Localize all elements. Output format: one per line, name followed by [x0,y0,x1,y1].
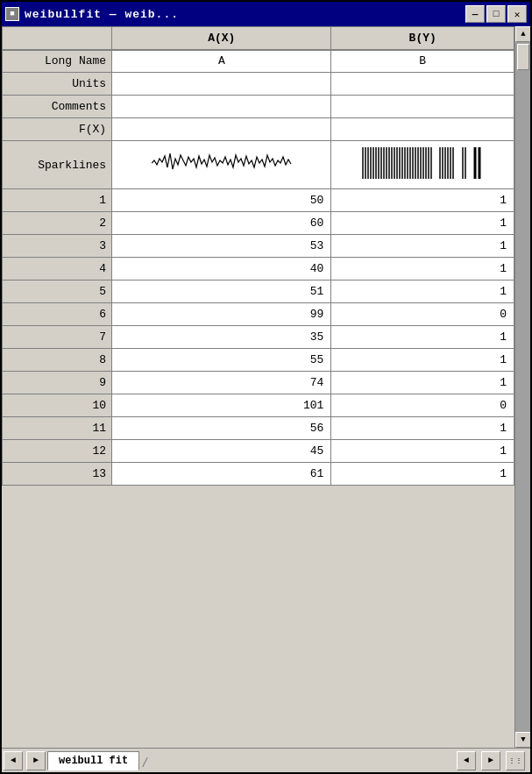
cell-b[interactable]: 1 [331,235,514,258]
meta-row-long-name: Long Name A B [3,50,514,73]
table-row: 3 53 1 [3,235,514,258]
cell-b[interactable]: 1 [331,326,514,349]
fx-a[interactable] [112,118,331,141]
sparkline-b-svg [361,143,484,183]
cell-b[interactable]: 1 [331,212,514,235]
scroll-left-button[interactable]: ◄ [457,751,476,770]
row-num: 12 [3,440,112,463]
meta-row-units: Units [3,73,514,96]
table-row: 9 74 1 [3,372,514,394]
col-header-row [3,27,112,50]
cell-a[interactable]: 74 [112,372,331,394]
cell-a[interactable]: 45 [112,440,331,463]
table-row: 11 56 1 [3,417,514,440]
cell-a[interactable]: 35 [112,326,331,349]
window-title: weibullfit — weib... [25,8,179,21]
tab-label: weibull fit [59,755,128,767]
scroll-down-button[interactable]: ▼ [515,732,530,748]
tab-area: weibull fit / [47,751,455,770]
long-name-b[interactable]: B [331,50,514,73]
table-row: 5 51 1 [3,280,514,303]
row-num: 1 [3,189,112,212]
comments-a[interactable] [112,96,331,118]
title-bar-left: ■ weibullfit — weib... [5,7,179,21]
cell-a[interactable]: 50 [112,189,331,212]
meta-row-sparklines: Sparklines [3,141,514,189]
tab-slash: / [139,756,150,770]
comments-b[interactable] [331,96,514,118]
meta-row-fx: F(X) [3,118,514,141]
row-num: 3 [3,235,112,258]
row-num: 13 [3,463,112,486]
cell-b[interactable]: 1 [331,440,514,463]
col-header-a[interactable]: A(X) [112,27,331,50]
horizontal-scroll-area: ◄ ► ⋮⋮ [455,749,530,772]
resize-handle[interactable]: ⋮⋮ [506,751,525,770]
bottom-bar: ◄ ► weibull fit / ◄ ► ⋮⋮ [2,748,530,772]
cell-b[interactable]: 1 [331,189,514,212]
row-num: 4 [3,258,112,280]
comments-label: Comments [3,96,112,118]
cell-a[interactable]: 40 [112,258,331,280]
table-row: 12 45 1 [3,440,514,463]
scroll-right-button[interactable]: ► [481,751,500,770]
cell-b[interactable]: 1 [331,372,514,394]
cell-a[interactable]: 56 [112,417,331,440]
col-header-b[interactable]: B(Y) [331,27,514,50]
long-name-a[interactable]: A [112,50,331,73]
row-num: 9 [3,372,112,394]
cell-a[interactable]: 60 [112,212,331,235]
scroll-track-v[interactable] [515,42,530,732]
units-label: Units [3,73,112,96]
row-num: 6 [3,303,112,326]
table-row: 10 101 0 [3,394,514,417]
cell-b[interactable]: 0 [331,303,514,326]
cell-a[interactable]: 55 [112,349,331,372]
units-b[interactable] [331,73,514,96]
scroll-up-button[interactable]: ▲ [515,26,530,42]
cell-b[interactable]: 1 [331,280,514,303]
row-num: 5 [3,280,112,303]
cell-a[interactable]: 101 [112,394,331,417]
cell-b[interactable]: 1 [331,417,514,440]
window-controls: — □ ✕ [465,5,527,23]
title-bar: ■ weibullfit — weib... — □ ✕ [2,2,530,26]
cell-b[interactable]: 1 [331,349,514,372]
sheet-prev-button[interactable]: ◄ [4,751,23,770]
scroll-thumb-v[interactable] [517,44,529,70]
maximize-button[interactable]: □ [486,5,506,23]
tab-weibull-fit[interactable]: weibull fit [47,751,139,770]
cell-a[interactable]: 53 [112,235,331,258]
meta-row-comments: Comments [3,96,514,118]
row-num: 11 [3,417,112,440]
vertical-scrollbar: ▲ ▼ [514,26,530,748]
table-row: 6 99 0 [3,303,514,326]
long-name-label: Long Name [3,50,112,73]
sparkline-b-cell [331,141,514,189]
minimize-button[interactable]: — [465,5,485,23]
close-button[interactable]: ✕ [507,5,527,23]
app-icon: ■ [5,7,19,21]
cell-a[interactable]: 61 [112,463,331,486]
main-window: ■ weibullfit — weib... — □ ✕ A(X) B(Y) [0,0,532,774]
row-num: 2 [3,212,112,235]
data-table: A(X) B(Y) Long Name A B Units [2,26,514,486]
cell-b[interactable]: 1 [331,463,514,486]
cell-a[interactable]: 51 [112,280,331,303]
content-area: A(X) B(Y) Long Name A B Units [2,26,530,748]
row-num: 7 [3,326,112,349]
table-row: 2 60 1 [3,212,514,235]
units-a[interactable] [112,73,331,96]
row-num: 8 [3,349,112,372]
sparkline-a-cell [112,141,331,189]
fx-label: F(X) [3,118,112,141]
sparklines-label: Sparklines [3,141,112,189]
cell-b[interactable]: 1 [331,258,514,280]
sheet-next-button[interactable]: ► [26,751,46,770]
table-row: 4 40 1 [3,258,514,280]
cell-b[interactable]: 0 [331,394,514,417]
table-row: 8 55 1 [3,349,514,372]
fx-b[interactable] [331,118,514,141]
row-num: 10 [3,394,112,417]
cell-a[interactable]: 99 [112,303,331,326]
